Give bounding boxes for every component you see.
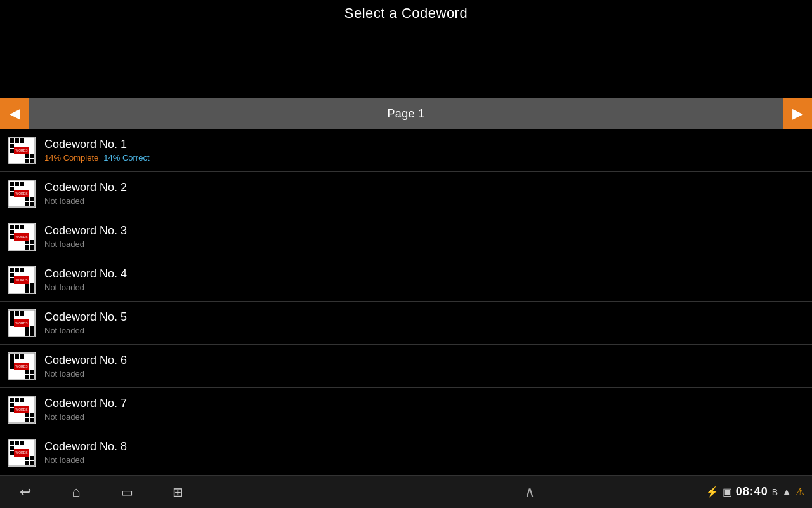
svg-rect-165 [30,370,34,374]
svg-rect-219 [10,456,14,460]
svg-rect-106 [25,283,29,288]
svg-text:WORDS: WORDS [15,149,28,152]
svg-rect-82 [25,245,29,250]
svg-rect-69 [10,235,14,239]
codeword-list: WORDSCodeword No. 114% Complete14% Corre… [0,129,812,474]
svg-rect-149 [25,354,29,359]
svg-rect-196 [15,418,19,422]
grid-button[interactable]: ⊞ [152,476,203,509]
svg-rect-137 [10,331,14,336]
svg-rect-32 [20,182,24,186]
svg-rect-110 [20,288,24,293]
up-button[interactable]: ∧ [525,484,535,500]
svg-rect-20 [30,154,34,158]
svg-rect-77 [25,240,29,244]
svg-rect-35 [10,187,14,191]
prev-arrow-icon: ◀ [10,105,20,122]
svg-rect-127 [10,321,14,326]
svg-rect-92 [30,268,34,272]
list-item[interactable]: WORDSCodeword No. 2Not loaded [0,172,812,215]
item-title: Codeword No. 1 [44,138,150,151]
item-subtitle: Not loaded [44,369,127,378]
svg-rect-177 [20,398,24,402]
svg-rect-2 [15,138,19,143]
item-text: Codeword No. 5Not loaded [44,311,127,335]
svg-rect-83 [30,245,34,250]
list-item[interactable]: WORDSCodeword No. 6Not loaded [0,345,812,388]
svg-rect-111 [25,288,29,293]
svg-text:WORDS: WORDS [15,321,28,325]
back-button[interactable]: ↩ [0,476,51,509]
codeword-icon: WORDS [8,352,36,380]
svg-rect-134 [20,326,24,331]
list-item[interactable]: WORDSCodeword No. 7Not loaded [0,388,812,431]
item-text: Codeword No. 6Not loaded [44,354,127,378]
svg-rect-170 [30,375,34,379]
item-stats: 14% Complete14% Correct [44,153,150,163]
svg-rect-39 [30,187,34,191]
svg-rect-221 [20,456,24,460]
svg-rect-51 [15,202,19,206]
svg-rect-178 [25,398,29,402]
svg-rect-1 [10,138,14,143]
codeword-icon: WORDS [8,439,36,467]
bottom-nav: ↩ ⌂ ▭ ⊞ ∧ ⚡ ▣ 08:40 B ▲ ⚠ [0,475,812,508]
svg-rect-10 [30,144,34,148]
svg-rect-167 [15,375,19,379]
item-text: Codeword No. 4Not loaded [44,267,127,292]
svg-rect-54 [30,202,34,206]
list-item[interactable]: WORDSCodeword No. 4Not loaded [0,258,812,302]
list-item[interactable]: WORDSCodeword No. 114% Complete14% Corre… [0,129,812,172]
svg-rect-118 [15,311,19,316]
svg-rect-25 [30,159,34,163]
svg-text:WORDS: WORDS [15,278,28,282]
svg-rect-141 [30,331,34,336]
item-title: Codeword No. 6 [44,354,127,367]
svg-rect-3 [20,138,24,143]
svg-rect-4 [25,138,29,143]
svg-rect-47 [20,197,24,201]
svg-rect-150 [30,354,34,359]
svg-rect-19 [25,154,29,158]
page-title: Select a Codeword [344,5,468,22]
svg-rect-79 [10,245,14,250]
svg-rect-49 [30,197,34,201]
svg-rect-204 [10,441,14,445]
home-button[interactable]: ⌂ [51,476,102,509]
svg-rect-133 [15,326,19,331]
item-text: Codeword No. 8Not loaded [44,440,127,465]
svg-rect-227 [25,461,29,465]
svg-rect-50 [10,202,14,206]
svg-rect-176 [15,398,19,402]
prev-page-button[interactable]: ◀ [0,98,29,129]
svg-rect-23 [20,159,24,163]
battery-icon: ⚠ [796,486,804,498]
svg-rect-88 [10,268,14,272]
svg-rect-162 [15,370,19,374]
svg-rect-22 [15,159,19,163]
item-subtitle: Not loaded [44,283,127,292]
svg-rect-224 [10,461,14,465]
next-page-button[interactable]: ▶ [783,98,812,129]
svg-rect-6 [10,144,14,148]
list-item[interactable]: WORDSCodeword No. 3Not loaded [0,215,812,258]
svg-rect-189 [30,408,34,412]
svg-rect-175 [10,398,14,402]
next-arrow-icon: ▶ [792,105,803,122]
list-item[interactable]: WORDSCodeword No. 8Not loaded [0,431,812,474]
recent-button[interactable]: ▭ [102,476,152,509]
item-subtitle: Not loaded [44,326,127,335]
time-display: 08:40 [736,485,768,498]
list-item[interactable]: WORDSCodeword No. 5Not loaded [0,302,812,345]
item-text: Codeword No. 114% Complete14% Correct [44,138,150,163]
svg-rect-122 [10,316,14,321]
svg-rect-119 [20,311,24,316]
svg-rect-34 [30,182,34,186]
svg-rect-31 [15,182,19,186]
codeword-icon: WORDS [8,266,36,294]
svg-text:WORDS: WORDS [15,192,28,196]
svg-rect-140 [25,331,29,336]
svg-rect-33 [25,182,29,186]
item-title: Codeword No. 2 [44,181,127,194]
svg-rect-62 [25,225,29,229]
